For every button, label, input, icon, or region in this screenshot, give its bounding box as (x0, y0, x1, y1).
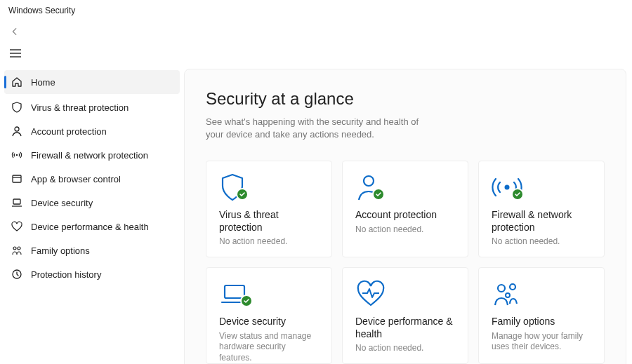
antenna-icon (492, 173, 591, 202)
tile-title: Device performance & health (355, 316, 455, 340)
check-badge-icon (236, 188, 249, 201)
tile-desc: View status and manage hardware security… (219, 331, 319, 364)
heart-icon (10, 221, 24, 232)
person-icon (10, 126, 24, 137)
tile-title: Virus & threat protection (219, 209, 319, 234)
svg-point-11 (510, 284, 515, 290)
sidebar-item-label: Device security (31, 198, 93, 208)
app-title: Windows Security (0, 0, 632, 21)
sidebar-item-label: Protection history (31, 269, 101, 280)
sidebar-item-device[interactable]: Device security (0, 191, 184, 215)
tile-desc: No action needed. (355, 343, 455, 354)
sidebar-item-label: Account protection (31, 126, 107, 137)
svg-point-1 (16, 154, 18, 156)
sidebar: Home Virus & threat protection Account p… (0, 62, 184, 364)
check-badge-icon (240, 295, 253, 307)
tile-desc: No action needed. (492, 236, 591, 248)
sidebar-item-label: Family options (31, 245, 90, 256)
shield-icon (10, 102, 24, 113)
main-content: Security at a glance See what's happenin… (184, 62, 632, 364)
sidebar-item-label: Home (31, 77, 55, 88)
svg-point-5 (18, 247, 20, 250)
sidebar-item-label: Virus & threat protection (31, 102, 129, 113)
svg-point-12 (506, 293, 510, 297)
heart-pulse-icon (355, 279, 455, 309)
sidebar-item-appbrowser[interactable]: App & browser control (0, 167, 184, 191)
tile-account[interactable]: Account protection No action needed. (342, 161, 468, 257)
page-subtitle: See what's happening with the security a… (206, 116, 437, 141)
family-icon (492, 279, 591, 309)
tile-title: Family options (492, 316, 591, 328)
sidebar-item-performance[interactable]: Device performance & health (0, 215, 184, 238)
page-title: Security at a glance (206, 89, 605, 109)
tiles-grid: Virus & threat protection No action need… (206, 161, 605, 364)
family-icon (10, 245, 24, 256)
home-icon (10, 76, 24, 88)
tile-desc: Manage how your family uses their device… (492, 331, 591, 353)
antenna-icon (10, 149, 24, 161)
sidebar-item-label: App & browser control (31, 174, 121, 184)
tile-device[interactable]: Device security View status and manage h… (206, 267, 332, 364)
sidebar-item-firewall[interactable]: Firewall & network protection (0, 143, 184, 167)
tile-desc: No action needed. (355, 224, 455, 236)
svg-point-8 (505, 185, 510, 190)
tile-title: Firewall & network protection (492, 209, 591, 234)
laptop-icon (10, 197, 24, 208)
tile-virus[interactable]: Virus & threat protection No action need… (206, 161, 332, 257)
svg-point-10 (498, 285, 505, 292)
tile-desc: No action needed. (219, 236, 319, 248)
svg-point-0 (15, 127, 19, 131)
svg-rect-2 (13, 175, 21, 182)
svg-point-7 (364, 176, 374, 186)
tile-performance[interactable]: Device performance & health No action ne… (342, 267, 468, 364)
back-button[interactable] (0, 24, 632, 39)
window-icon (10, 173, 24, 184)
sidebar-item-history[interactable]: Protection history (0, 262, 184, 286)
menu-button[interactable] (0, 45, 632, 62)
sidebar-item-label: Firewall & network protection (31, 150, 148, 161)
laptop-icon (219, 279, 319, 309)
shield-icon (219, 173, 319, 202)
check-badge-icon (372, 188, 385, 201)
person-icon (355, 173, 455, 202)
sidebar-item-label: Device performance & health (31, 222, 149, 232)
tile-title: Account protection (355, 209, 455, 222)
sidebar-item-virus[interactable]: Virus & threat protection (0, 95, 184, 119)
tile-family[interactable]: Family options Manage how your family us… (478, 267, 605, 364)
tile-firewall[interactable]: Firewall & network protection No action … (478, 161, 605, 257)
sidebar-item-home[interactable]: Home (4, 70, 180, 94)
svg-rect-3 (13, 199, 20, 204)
sidebar-item-account[interactable]: Account protection (0, 119, 184, 143)
tile-title: Device security (219, 316, 319, 328)
sidebar-item-family[interactable]: Family options (0, 238, 184, 262)
svg-point-4 (13, 247, 16, 250)
history-icon (10, 269, 24, 280)
